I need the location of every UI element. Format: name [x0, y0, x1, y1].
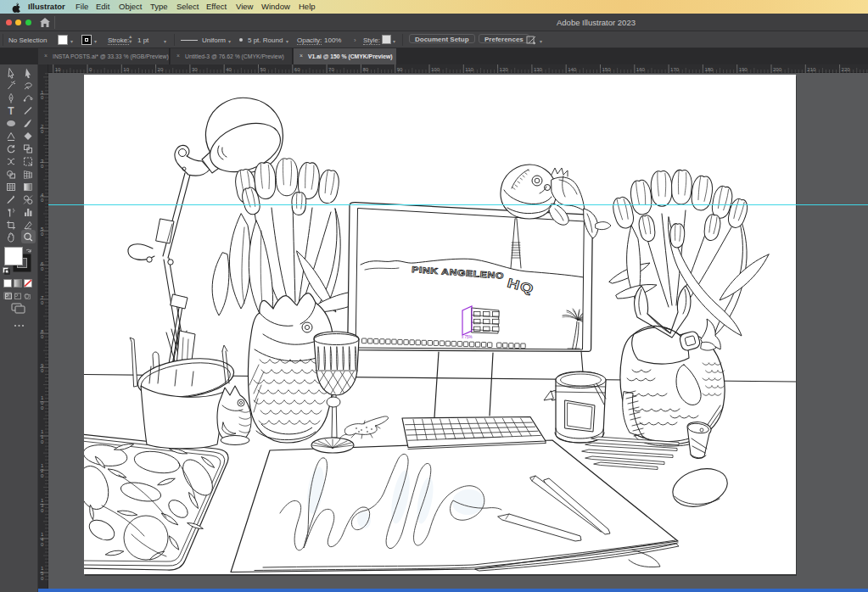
svg-text:100: 100 [431, 67, 440, 72]
svg-text:220: 220 [842, 67, 851, 72]
svg-text:140: 140 [41, 532, 44, 547]
svg-text:10: 10 [41, 90, 44, 100]
svg-text:200: 200 [773, 67, 782, 72]
svg-text:60: 60 [294, 67, 300, 72]
svg-text:80: 80 [362, 67, 368, 72]
svg-text:20: 20 [158, 67, 164, 72]
svg-text:20: 20 [41, 124, 44, 134]
svg-text:70: 70 [41, 295, 44, 305]
svg-text:60: 60 [41, 261, 44, 271]
svg-text:120: 120 [41, 463, 44, 478]
svg-text:30: 30 [192, 67, 198, 72]
svg-text:80: 80 [41, 329, 44, 339]
svg-text:90: 90 [41, 363, 44, 373]
svg-text:130: 130 [41, 498, 44, 513]
svg-text:40: 40 [41, 193, 44, 203]
svg-text:170: 170 [670, 67, 680, 72]
svg-text:110: 110 [41, 429, 44, 444]
svg-text:140: 140 [568, 67, 577, 72]
svg-text:x 75%: x 75% [462, 335, 473, 339]
svg-text:40: 40 [226, 67, 232, 72]
svg-text:50: 50 [41, 226, 44, 237]
svg-text:210: 210 [807, 67, 816, 72]
svg-text:90: 90 [397, 67, 403, 72]
svg-text:0: 0 [89, 67, 92, 72]
svg-text:160: 160 [636, 67, 646, 72]
svg-text:10: 10 [55, 67, 61, 72]
svg-text:30: 30 [41, 159, 44, 169]
svg-text:180: 180 [704, 67, 714, 72]
svg-text:120: 120 [500, 67, 509, 72]
svg-text:50: 50 [260, 67, 266, 72]
svg-text:10: 10 [123, 67, 129, 72]
svg-text:110: 110 [465, 67, 473, 72]
svg-text:100: 100 [41, 395, 44, 410]
svg-text:T: T [8, 105, 14, 117]
svg-text:190: 190 [739, 67, 748, 72]
svg-text:130: 130 [534, 67, 543, 72]
svg-text:150: 150 [41, 566, 44, 581]
svg-text:150: 150 [602, 67, 612, 72]
svg-text:70: 70 [328, 67, 334, 72]
